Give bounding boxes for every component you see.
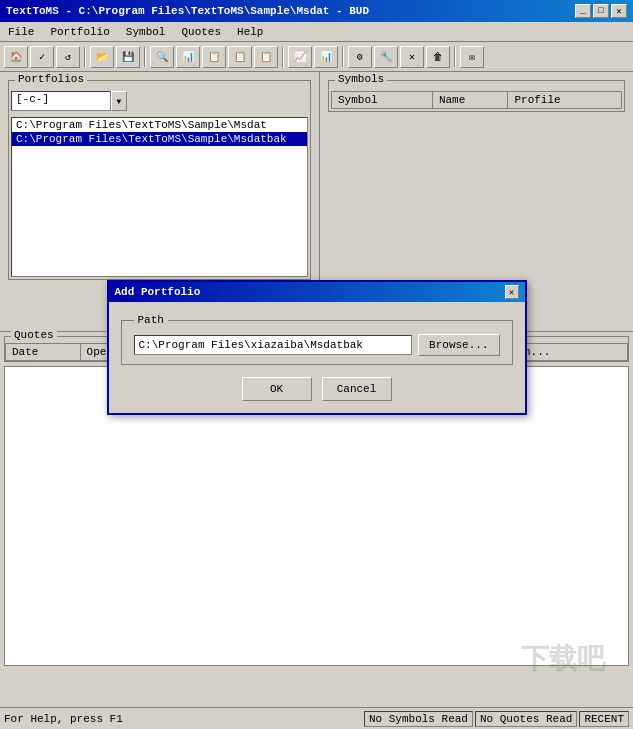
dialog-ok-button[interactable]: OK [242,377,312,401]
status-help-text: For Help, press F1 [4,713,364,725]
dialog-buttons-row: OK Cancel [121,377,513,401]
dialog-title-bar: Add Portfolio ✕ [109,282,525,302]
dialog-body: Path Browse... OK Cancel [109,302,525,413]
dialog-path-row: Browse... [134,334,500,356]
status-quotes-read: No Quotes Read [475,711,577,727]
dialog-cancel-button[interactable]: Cancel [322,377,392,401]
status-bar: For Help, press F1 No Symbols Read No Qu… [0,707,633,729]
dialog-path-group: Path Browse... [121,314,513,365]
status-right: No Symbols Read No Quotes Read RECENT [364,711,629,727]
dialog-title: Add Portfolio [115,286,201,298]
status-recent: RECENT [579,711,629,727]
dialog-overlay: Add Portfolio ✕ Path Browse... OK Cancel [0,0,633,729]
dialog-browse-button[interactable]: Browse... [418,334,499,356]
dialog-close-button[interactable]: ✕ [505,285,519,299]
dialog-path-legend: Path [134,314,168,326]
status-symbols-read: No Symbols Read [364,711,473,727]
add-portfolio-dialog: Add Portfolio ✕ Path Browse... OK Cancel [107,280,527,415]
dialog-path-input[interactable] [134,335,413,355]
